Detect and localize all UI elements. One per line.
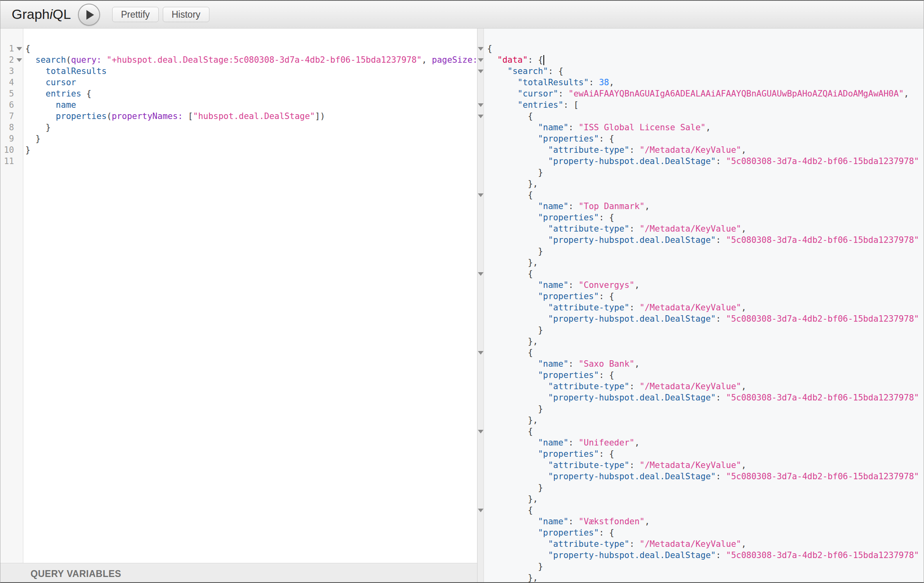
code-line[interactable]: },	[487, 257, 924, 268]
query-variables-panel-header[interactable]: QUERY VARIABLES	[0, 563, 477, 582]
code-line[interactable]: "property-hubspot.deal.DealStage": "5c08…	[487, 156, 924, 167]
code-line[interactable]: search(query: "+hubspot.deal.DealStage:5…	[25, 54, 477, 66]
code-line[interactable]: }	[487, 324, 924, 336]
code-line[interactable]: }	[487, 403, 924, 415]
line-number: 11	[0, 156, 14, 167]
code-line[interactable]: "property-hubspot.deal.DealStage": "5c08…	[487, 234, 924, 246]
token: "properties"	[538, 134, 599, 144]
code-line[interactable]: {	[487, 347, 924, 358]
code-line[interactable]: },	[487, 415, 924, 426]
code-line[interactable]: "name": "Vækstfonden",	[487, 516, 924, 527]
code-line[interactable]: "property-hubspot.deal.DealStage": "5c08…	[487, 313, 924, 324]
result-viewer[interactable]: { "data": { "search": { "totalResults": …	[484, 29, 924, 582]
code-line[interactable]: }	[487, 167, 924, 178]
code-line[interactable]: },	[487, 336, 924, 347]
code-line[interactable]: "property-hubspot.deal.DealStage": "5c08…	[487, 471, 924, 482]
code-line[interactable]: "property-hubspot.deal.DealStage": "5c08…	[487, 550, 924, 561]
token	[25, 55, 35, 65]
token	[487, 370, 538, 380]
code-line[interactable]: "entries": [	[487, 99, 924, 111]
token: ,	[741, 539, 746, 549]
token: "/Metadata/KeyValue"	[639, 145, 741, 155]
code-line[interactable]: "attribute-type": "/Metadata/KeyValue",	[487, 538, 924, 550]
query-editor-pane[interactable]: 1234567891011 { search(query: "+hubspot.…	[0, 29, 477, 582]
code-line[interactable]: {	[487, 43, 924, 54]
token: "name"	[538, 359, 568, 369]
code-line[interactable]: "name": "Unifeeder",	[487, 437, 924, 448]
result-pane: { "data": { "search": { "totalResults": …	[477, 29, 924, 582]
code-line[interactable]: {	[487, 505, 924, 516]
code-line[interactable]: name	[25, 99, 477, 111]
gutter-row	[477, 505, 484, 516]
code-line[interactable]: "properties": {	[487, 133, 924, 144]
code-line[interactable]: "properties": {	[487, 212, 924, 223]
code-line[interactable]: "name": "Top Danmark",	[487, 201, 924, 212]
code-line[interactable]: totalResults	[25, 66, 477, 77]
code-line[interactable]: "search": {	[487, 66, 924, 77]
token: }	[25, 134, 41, 144]
gutter-row: 4	[0, 77, 23, 88]
code-line[interactable]: }	[487, 561, 924, 572]
code-line[interactable]: }	[487, 482, 924, 493]
history-button[interactable]: History	[163, 7, 209, 22]
code-line[interactable]: "attribute-type": "/Metadata/KeyValue",	[487, 223, 924, 234]
gutter-row: 5	[0, 88, 23, 99]
token: "5c080308-3d7a-4db2-bf06-15bda1237978"	[726, 156, 919, 166]
token: :	[716, 314, 726, 324]
gutter-row: 3	[0, 66, 23, 77]
execute-query-button[interactable]	[78, 4, 100, 26]
code-line[interactable]	[25, 156, 477, 167]
code-line[interactable]: "name": "ISS Global License Sale",	[487, 122, 924, 133]
code-line[interactable]: {	[487, 189, 924, 201]
code-line[interactable]: "totalResults": 38,	[487, 77, 924, 88]
code-line[interactable]: }	[25, 144, 477, 156]
gutter-row	[477, 178, 484, 189]
code-line[interactable]: }	[25, 133, 477, 144]
token: "property-hubspot.deal.DealStage"	[548, 472, 716, 481]
token: {	[487, 505, 533, 515]
token: "5c080308-3d7a-4db2-bf06-15bda1237978"	[726, 472, 919, 481]
prettify-button[interactable]: Prettify	[112, 7, 159, 22]
code-line[interactable]: "attribute-type": "/Metadata/KeyValue",	[487, 381, 924, 392]
code-line[interactable]: "properties": {	[487, 527, 924, 538]
logo-text-i: i	[50, 6, 53, 22]
code-line[interactable]: "attribute-type": "/Metadata/KeyValue",	[487, 302, 924, 313]
code-line[interactable]: "properties": {	[487, 291, 924, 302]
code-line[interactable]: {	[487, 111, 924, 122]
line-number: 9	[0, 133, 14, 144]
code-line[interactable]: "properties": {	[487, 370, 924, 381]
result-fold-gutter	[477, 29, 484, 582]
gutter-row	[477, 324, 484, 336]
token: ,	[645, 517, 650, 526]
code-line[interactable]: "cursor": "ewAiAFAAYQBnAGUAIgA6ADEALAAiA…	[487, 88, 924, 99]
token: "hubspot.deal.DealStage"	[193, 111, 315, 121]
code-line[interactable]: {	[487, 426, 924, 437]
gutter-row	[477, 347, 484, 358]
line-number: 8	[0, 122, 14, 133]
code-line[interactable]: {	[487, 268, 924, 279]
code-line[interactable]: cursor	[25, 77, 477, 88]
code-line[interactable]: },	[487, 493, 924, 505]
code-line[interactable]: "property-hubspot.deal.DealStage": "5c08…	[487, 392, 924, 403]
code-line[interactable]: },	[487, 178, 924, 189]
token: :	[629, 382, 639, 391]
query-editor[interactable]: { search(query: "+hubspot.deal.DealStage…	[23, 29, 477, 582]
code-line[interactable]: "data": {	[487, 54, 924, 66]
token: "5c080308-3d7a-4db2-bf06-15bda1237978"	[726, 550, 919, 560]
code-line[interactable]: "attribute-type": "/Metadata/KeyValue",	[487, 460, 924, 471]
token	[487, 201, 538, 211]
code-line[interactable]: "name": "Saxo Bank",	[487, 358, 924, 370]
code-line[interactable]: }	[25, 122, 477, 133]
code-line[interactable]: },	[487, 572, 924, 582]
code-line[interactable]: }	[487, 246, 924, 257]
token: {	[487, 427, 533, 436]
code-line[interactable]: "attribute-type": "/Metadata/KeyValue",	[487, 144, 924, 156]
code-line[interactable]: entries {	[25, 88, 477, 99]
token	[25, 111, 56, 121]
code-line[interactable]: {	[25, 43, 477, 54]
code-line[interactable]: "properties": {	[487, 448, 924, 460]
token: : {	[599, 449, 614, 459]
code-line[interactable]: "name": "Convergys",	[487, 279, 924, 291]
code-line[interactable]: properties(propertyNames: ["hubspot.deal…	[25, 111, 477, 122]
token: }	[487, 404, 543, 414]
